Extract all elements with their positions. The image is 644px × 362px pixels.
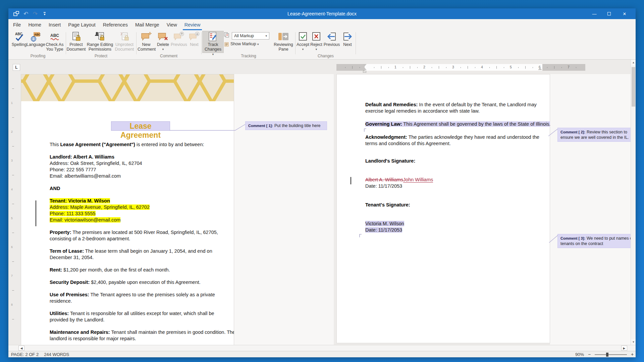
delete-dropdown-caret[interactable]: ▾ [155, 47, 171, 52]
check-as-you-type-button[interactable]: ABC Check As You Type [45, 32, 65, 52]
markup-view-dropdown[interactable]: All Markup ▾ [232, 32, 269, 40]
track-changes-button[interactable]: Track Changes ▾ [203, 32, 223, 57]
unprotect-document-button: Unprotect Document [114, 32, 135, 52]
page-indicator[interactable]: PAGE: 2 OF 2 [11, 352, 39, 357]
range-editing-permissions-button[interactable]: Range Editing Permissions [87, 32, 113, 52]
close-button[interactable]: ✕ [619, 8, 630, 19]
page1-body[interactable]: This Lease Agreement ("Agreement") is en… [50, 141, 251, 345]
previous-change-icon [323, 32, 340, 42]
word-count[interactable]: 244 WORDS [44, 352, 69, 357]
comment-1[interactable]: Comment [ 1]:Put the building title here [245, 121, 327, 130]
left-indent-marker[interactable] [363, 71, 366, 73]
ribbon-separator [66, 32, 66, 54]
maintenance-paragraph: Maintenance and Repairs: Tenant shall ma… [50, 329, 251, 342]
comment-2[interactable]: Comment [ 2]:Review this section to ensu… [557, 128, 631, 142]
spelling-button[interactable]: ABC Spelling [11, 32, 27, 47]
zoom-level[interactable]: 90% [575, 352, 584, 357]
hanging-indent-marker[interactable] [363, 68, 367, 70]
ruler-number: 4 [481, 65, 483, 69]
next-change-button[interactable]: Next [340, 32, 355, 47]
vertical-scroll-thumb[interactable] [632, 67, 635, 107]
zoom-slider-thumb[interactable] [606, 353, 608, 357]
tab-page-layout[interactable]: Page Layout [64, 19, 99, 30]
zoom-in-button[interactable]: + [631, 352, 634, 357]
accept-change-button[interactable]: Accept ▾ [296, 32, 310, 52]
copy-markup-icon[interactable] [224, 32, 229, 38]
comment-3[interactable]: Comment [ 3]:We need to put names of ten… [557, 234, 631, 248]
svg-text:ABC: ABC [15, 32, 22, 36]
governing-law-paragraph: Governing Law: This Agreement shall be g… [365, 121, 551, 127]
rent-paragraph: Rent: $1,200 per month, due on the first… [50, 267, 251, 273]
next-comment-button: Next [187, 32, 201, 47]
acknowledgment-paragraph: Acknowledgment: The parties acknowledge … [365, 134, 539, 147]
scroll-up-button[interactable]: ▲ [631, 60, 636, 65]
accept-icon [296, 32, 310, 42]
accept-caret: ▾ [296, 47, 310, 52]
comment-margin-right: Comment [ 2]:Review this section to ensu… [550, 74, 631, 345]
reject-change-button[interactable]: Reject ▾ [310, 32, 323, 52]
check-as-you-type-icon: ABC [45, 32, 65, 42]
protect-document-button[interactable]: Protect Document [66, 32, 86, 52]
previous-comment-button: Previous [171, 32, 187, 47]
ribbon-separator [295, 32, 296, 54]
page-2[interactable]: Default and Remedies: In the event of de… [336, 74, 550, 343]
vertical-scrollbar[interactable]: ▲ ▼ [631, 60, 636, 345]
tab-references[interactable]: References [99, 19, 131, 30]
ruler-number: 7 [568, 65, 570, 69]
reject-icon [310, 32, 323, 42]
maximize-button[interactable] [603, 8, 615, 19]
track-changes-caret: ▾ [212, 53, 214, 56]
new-comment-button[interactable]: New Comment [138, 32, 155, 52]
dropdown-caret-icon: ▾ [265, 34, 267, 38]
previous-change-button[interactable]: Previous [323, 32, 340, 47]
zoom-slider-track[interactable] [595, 354, 627, 355]
ribbon-tab-row: File Home Insert Page Layout References … [8, 19, 636, 30]
language-button[interactable]: ABC Language [26, 32, 45, 47]
spelling-icon: ABC [11, 32, 27, 42]
tab-file[interactable]: File [9, 19, 24, 30]
reviewing-pane-button[interactable]: Reviewing Pane [273, 32, 293, 52]
scroll-left-button[interactable]: ◀ [18, 346, 24, 351]
next-change-icon [340, 32, 355, 42]
horizontal-ruler[interactable]: 1234567 [336, 64, 585, 71]
tab-home[interactable]: Home [24, 19, 45, 30]
ribbon: ABC Spelling ABC Language ABC Check As Y… [8, 30, 636, 60]
and-label: AND [50, 186, 60, 191]
ruler-number: 1 [394, 65, 396, 69]
zoom-out-button[interactable]: − [588, 352, 591, 357]
delete-comment-button[interactable]: Delete ▾ [155, 32, 171, 52]
show-markup-icon[interactable] [224, 42, 229, 47]
status-bar: PAGE: 2 OF 2 244 WORDS 90% − + [8, 351, 636, 357]
group-label-tracking: Tracking [241, 54, 256, 58]
tab-review[interactable]: Review [181, 19, 204, 30]
ruler-number: 5 [510, 65, 512, 69]
horizontal-scrollbar[interactable]: ◀ ▶ [8, 345, 636, 351]
landlord-block: Landlord: Albert A. Williams Address: Oa… [50, 154, 251, 179]
tenant-block-highlighted: Tenant: Victoria M. Wilson Address: Mapl… [50, 198, 251, 223]
inserted-text: John Williams [403, 177, 433, 183]
document-heading[interactable]: Lease Agreement [111, 121, 170, 131]
protect-document-icon [66, 32, 86, 42]
default-paragraph: Default and Remedies: In the event of de… [365, 102, 537, 114]
term-paragraph: Term of Lease: The lease term shall begi… [50, 248, 251, 261]
group-label-proofing: Proofing [31, 54, 46, 58]
group-label-comment: Comment [160, 54, 177, 58]
tab-insert[interactable]: Insert [45, 19, 64, 30]
vertical-ruler[interactable]: 12345678 [10, 74, 16, 344]
ribbon-separator [136, 32, 137, 54]
first-line-indent-marker[interactable] [363, 64, 367, 66]
reject-caret: ▾ [310, 47, 323, 52]
show-markup-button[interactable]: Show Markup ▾ [230, 42, 259, 46]
svg-text:ABC: ABC [34, 33, 41, 36]
range-editing-permissions-icon [87, 32, 113, 42]
tab-stop-selector[interactable]: L [13, 64, 20, 71]
right-indent-marker[interactable] [538, 68, 542, 70]
page-1[interactable]: Lease Agreement This Lease Agreement ("A… [21, 74, 234, 345]
property-paragraph: Property: The premises are located at 50… [50, 229, 251, 242]
scroll-right-button[interactable]: ▶ [621, 346, 627, 351]
minimize-button[interactable]: — [589, 8, 600, 19]
tab-view[interactable]: View [163, 19, 181, 30]
tab-mail-merge[interactable]: Mail Merge [131, 19, 163, 30]
scroll-down-button[interactable]: ▼ [631, 339, 636, 345]
deposit-paragraph: Security Deposit: $2,400, payable upon e… [50, 279, 251, 286]
